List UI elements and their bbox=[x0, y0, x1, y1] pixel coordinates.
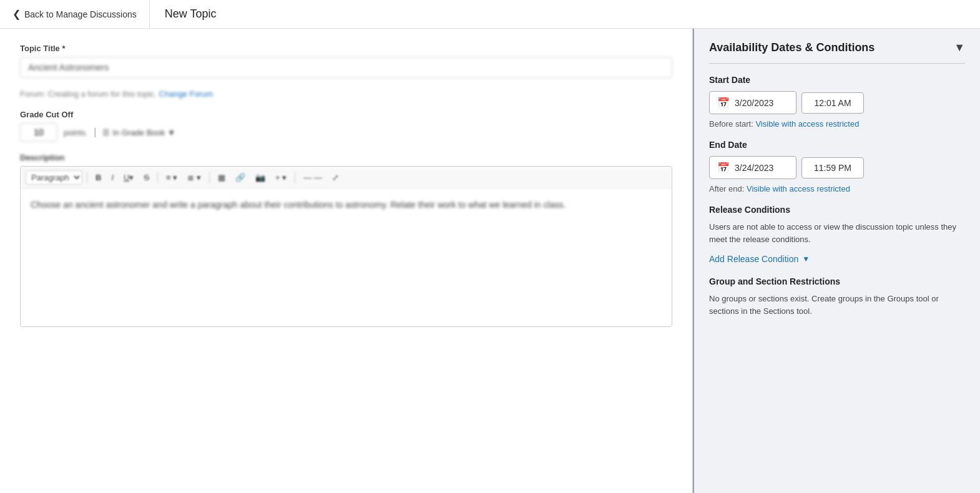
grade-points-label: points. bbox=[64, 128, 87, 137]
add-release-label: Add Release Condition bbox=[709, 254, 798, 264]
chevron-left-icon: ❮ bbox=[12, 8, 21, 20]
end-time-button[interactable]: 11:59 PM bbox=[801, 157, 864, 178]
editor-content: Choose an ancient astronomer and write a… bbox=[31, 200, 566, 210]
table-button[interactable]: ▦ bbox=[214, 171, 229, 184]
back-link[interactable]: ❮ Back to Manage Discussions bbox=[0, 0, 150, 28]
grade-cutoff-label: Grade Cut Off bbox=[20, 110, 672, 119]
before-start-note: Before start: Visible with access restri… bbox=[709, 119, 965, 129]
toolbar-sep-4 bbox=[295, 172, 295, 183]
start-date-button[interactable]: 📅 3/20/2023 bbox=[709, 91, 796, 114]
paragraph-select[interactable]: Paragraph bbox=[26, 170, 82, 185]
group-section: Group and Section Restrictions No groups… bbox=[709, 276, 965, 317]
image-button[interactable]: 📷 bbox=[252, 171, 269, 184]
start-date-row: 📅 3/20/2023 12:01 AM bbox=[709, 91, 965, 114]
strikethrough-button[interactable]: S bbox=[140, 171, 153, 184]
page-title: New Topic bbox=[150, 7, 232, 21]
gradebook-icon: ☰ bbox=[102, 128, 110, 137]
header-bar: ❮ Back to Manage Discussions New Topic bbox=[0, 0, 980, 29]
more-button[interactable]: — — bbox=[300, 171, 326, 184]
card-header: Availability Dates & Conditions ▼ bbox=[709, 41, 965, 54]
add-release-condition-button[interactable]: Add Release Condition ▼ bbox=[709, 254, 810, 264]
link-button[interactable]: 🔗 bbox=[232, 171, 249, 184]
start-time-value: 12:01 AM bbox=[814, 98, 851, 108]
end-date-label: End Date bbox=[709, 140, 965, 150]
before-start-link[interactable]: Visible with access restricted bbox=[755, 119, 859, 129]
grade-row: points. | ☰ In Grade Book ▼ bbox=[20, 123, 672, 142]
toolbar-sep-3 bbox=[209, 172, 210, 183]
before-start-label: Before start: bbox=[709, 119, 753, 129]
list-button[interactable]: ≣ ▾ bbox=[184, 171, 205, 184]
bold-button[interactable]: B bbox=[92, 171, 105, 184]
gradebook-label: ☰ In Grade Book ▼ bbox=[102, 128, 175, 137]
underline-button[interactable]: U ▾ bbox=[120, 171, 137, 184]
topic-title-input[interactable] bbox=[20, 57, 672, 78]
forum-line-text: Forum: Creating a forum for this topic. bbox=[20, 89, 157, 99]
card-divider bbox=[709, 63, 965, 64]
end-date-value: 3/24/2023 bbox=[735, 163, 773, 173]
add-release-chevron-icon: ▼ bbox=[802, 255, 810, 263]
start-time-button[interactable]: 12:01 AM bbox=[801, 92, 864, 114]
right-panel: Availability Dates & Conditions ▼ Start … bbox=[693, 29, 980, 493]
group-restrictions-label: Group and Section Restrictions bbox=[709, 276, 965, 286]
release-conditions-label: Release Conditions bbox=[709, 205, 965, 215]
release-conditions-section: Release Conditions Users are not able to… bbox=[709, 205, 965, 264]
change-forum-link[interactable]: Change Forum bbox=[159, 89, 213, 99]
calendar-icon: 📅 bbox=[717, 97, 730, 109]
fullscreen-button[interactable]: ⤢ bbox=[328, 171, 343, 184]
end-calendar-icon: 📅 bbox=[717, 162, 730, 173]
end-time-value: 11:59 PM bbox=[814, 163, 851, 173]
after-end-label: After end: bbox=[709, 184, 744, 193]
after-end-note: After end: Visible with access restricte… bbox=[709, 184, 965, 193]
toolbar-sep-1 bbox=[87, 172, 87, 183]
start-date-value: 3/20/2023 bbox=[735, 98, 773, 108]
topic-title-label: Topic Title * bbox=[20, 44, 672, 53]
start-date-label: Start Date bbox=[709, 75, 965, 85]
group-restrictions-desc: No groups or sections exist. Create grou… bbox=[709, 293, 965, 317]
description-label: Description bbox=[20, 153, 672, 162]
main-layout: Topic Title * Forum: Creating a forum fo… bbox=[0, 29, 980, 493]
description-group: Description Paragraph B I U ▾ S ≡ ▾ ≣ ▾ … bbox=[20, 153, 672, 327]
release-conditions-desc: Users are not able to access or view the… bbox=[709, 221, 965, 245]
after-end-link[interactable]: Visible with access restricted bbox=[747, 184, 850, 193]
back-link-label: Back to Manage Discussions bbox=[24, 9, 137, 19]
chevron-down-icon[interactable]: ▼ bbox=[954, 41, 965, 54]
forum-line: Forum: Creating a forum for this topic. … bbox=[20, 89, 672, 99]
card-title: Availability Dates & Conditions bbox=[709, 41, 875, 54]
italic-button[interactable]: I bbox=[107, 171, 117, 184]
grade-input[interactable] bbox=[20, 123, 57, 142]
gradebook-chevron-icon: ▼ bbox=[167, 128, 175, 137]
editor-toolbar: Paragraph B I U ▾ S ≡ ▾ ≣ ▾ ▦ 🔗 📷 + ▾ bbox=[21, 167, 672, 189]
end-date-row: 📅 3/24/2023 11:59 PM bbox=[709, 156, 965, 179]
insert-button[interactable]: + ▾ bbox=[272, 171, 290, 184]
editor-container: Paragraph B I U ▾ S ≡ ▾ ≣ ▾ ▦ 🔗 📷 + ▾ bbox=[20, 166, 672, 327]
topic-title-group: Topic Title * bbox=[20, 44, 672, 78]
left-panel: Topic Title * Forum: Creating a forum fo… bbox=[0, 29, 693, 493]
end-date-button[interactable]: 📅 3/24/2023 bbox=[709, 156, 796, 179]
divider: | bbox=[94, 127, 96, 138]
toolbar-sep-2 bbox=[157, 172, 158, 183]
grade-cutoff-group: Grade Cut Off points. | ☰ In Grade Book … bbox=[20, 110, 672, 142]
align-button[interactable]: ≡ ▾ bbox=[162, 171, 181, 184]
gradebook-text: In Grade Book bbox=[112, 128, 165, 137]
editor-body[interactable]: Choose an ancient astronomer and write a… bbox=[21, 189, 672, 326]
availability-card: Availability Dates & Conditions ▼ Start … bbox=[694, 29, 980, 329]
